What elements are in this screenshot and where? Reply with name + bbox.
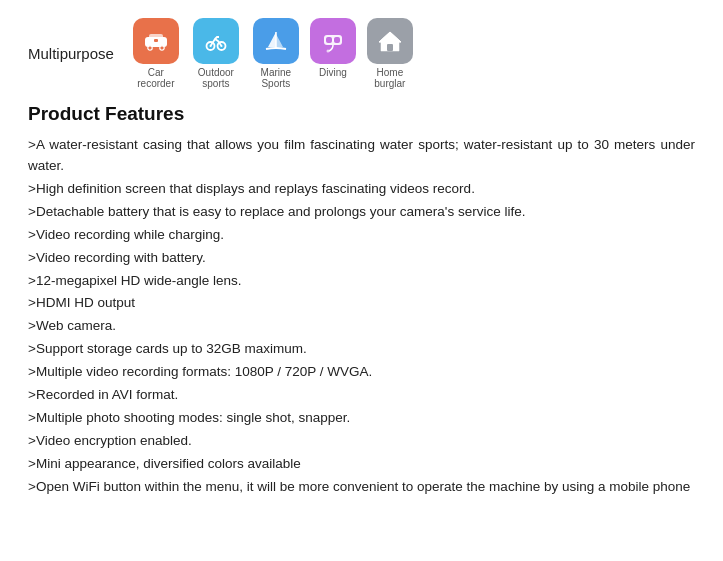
feature-item: >Video recording with battery. <box>28 248 695 269</box>
icon-item-marine-sports: Marine Sports <box>250 18 302 89</box>
outdoor-sports-label: Outdoor sports <box>190 67 242 89</box>
feature-item: >HDMI HD output <box>28 293 695 314</box>
svg-rect-14 <box>334 37 340 43</box>
diving-icon <box>310 18 356 64</box>
svg-marker-10 <box>276 34 283 47</box>
feature-item: >Recorded in AVI format. <box>28 385 695 406</box>
svg-point-16 <box>326 50 329 53</box>
feature-item: >Video recording while charging. <box>28 225 695 246</box>
marine-sports-icon <box>253 18 299 64</box>
car-recorder-label: Car recorder <box>130 67 182 89</box>
feature-item: >Web camera. <box>28 316 695 337</box>
diving-label: Diving <box>319 67 347 78</box>
feature-item: >High definition screen that displays an… <box>28 179 695 200</box>
svg-point-2 <box>148 46 152 50</box>
icon-item-car-recorder: Car recorder <box>130 18 182 89</box>
feature-item: >12-megapixel HD wide-angle lens. <box>28 271 695 292</box>
feature-item: >Video encryption enabled. <box>28 431 695 452</box>
svg-rect-19 <box>387 44 393 51</box>
outdoor-sports-icon <box>193 18 239 64</box>
multipurpose-section: Multipurpose Car recorder <box>28 18 695 89</box>
icon-item-diving: Diving <box>310 18 356 89</box>
icons-row: Car recorder Outdoor sports <box>130 18 416 89</box>
svg-rect-4 <box>154 39 158 42</box>
feature-item: >Detachable battery that is easy to repl… <box>28 202 695 223</box>
multipurpose-label: Multipurpose <box>28 45 114 62</box>
feature-item: >Multiple video recording formats: 1080P… <box>28 362 695 383</box>
svg-point-3 <box>160 46 164 50</box>
feature-item: >Support storage cards up to 32GB maximu… <box>28 339 695 360</box>
feature-item: >Multiple photo shooting modes: single s… <box>28 408 695 429</box>
marine-sports-label: Marine Sports <box>250 67 302 89</box>
features-list: >A water-resistant casing that allows yo… <box>28 135 695 498</box>
home-burglar-icon <box>367 18 413 64</box>
svg-rect-13 <box>326 37 332 43</box>
feature-item: >Mini appearance, diversified colors ava… <box>28 454 695 475</box>
svg-point-8 <box>220 45 222 47</box>
product-features-title: Product Features <box>28 103 695 125</box>
icon-item-home-burglar: Home burglar <box>364 18 416 89</box>
home-burglar-label: Home burglar <box>364 67 416 89</box>
feature-item: >A water-resistant casing that allows yo… <box>28 135 695 177</box>
car-recorder-icon <box>133 18 179 64</box>
svg-point-7 <box>209 45 211 47</box>
icon-item-outdoor-sports: Outdoor sports <box>190 18 242 89</box>
feature-item: >Open WiFi button within the menu, it wi… <box>28 477 695 498</box>
svg-marker-9 <box>268 32 276 47</box>
